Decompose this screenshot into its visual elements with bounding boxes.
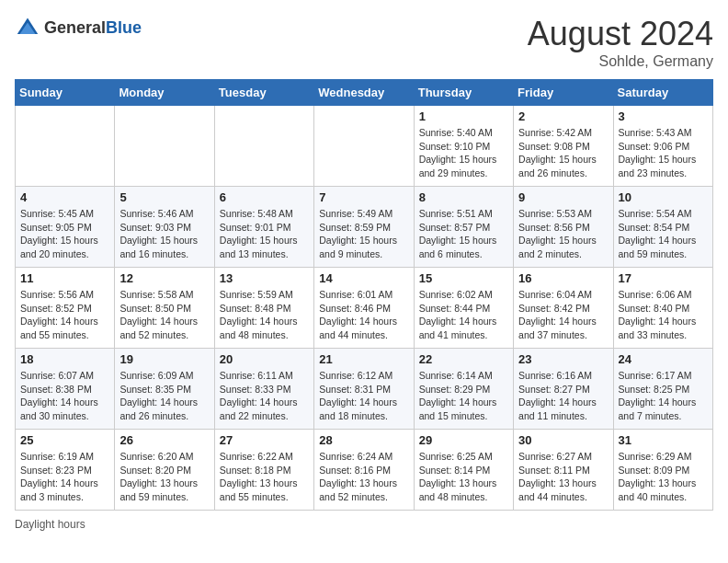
calendar-cell: 11Sunrise: 5:56 AM Sunset: 8:52 PM Dayli… [16, 268, 115, 349]
calendar-cell: 20Sunrise: 6:11 AM Sunset: 8:33 PM Dayli… [214, 349, 313, 430]
calendar-cell: 21Sunrise: 6:12 AM Sunset: 8:31 PM Dayli… [314, 349, 414, 430]
month-title: August 2024 [528, 15, 713, 53]
footer-note: Daylight hours [15, 518, 713, 531]
day-info: Sunrise: 5:49 AM Sunset: 8:59 PM Dayligh… [319, 207, 408, 261]
calendar-week-5: 25Sunrise: 6:19 AM Sunset: 8:23 PM Dayli… [16, 430, 713, 511]
header-day-friday: Friday [514, 80, 613, 106]
header-day-saturday: Saturday [613, 80, 712, 106]
day-info: Sunrise: 5:54 AM Sunset: 8:54 PM Dayligh… [619, 207, 708, 261]
day-number: 21 [319, 352, 408, 366]
calendar-week-4: 18Sunrise: 6:07 AM Sunset: 8:38 PM Dayli… [16, 349, 713, 430]
day-number: 26 [119, 433, 209, 447]
day-info: Sunrise: 6:20 AM Sunset: 8:20 PM Dayligh… [119, 450, 209, 504]
day-info: Sunrise: 6:27 AM Sunset: 8:11 PM Dayligh… [518, 450, 608, 504]
day-info: Sunrise: 5:45 AM Sunset: 9:05 PM Dayligh… [20, 207, 109, 261]
day-number: 13 [220, 271, 309, 285]
calendar-cell: 26Sunrise: 6:20 AM Sunset: 8:20 PM Dayli… [115, 430, 214, 511]
calendar-cell: 18Sunrise: 6:07 AM Sunset: 8:38 PM Dayli… [16, 349, 115, 430]
day-number: 19 [119, 352, 209, 366]
calendar-cell [314, 106, 414, 187]
day-number: 22 [419, 352, 508, 366]
header-day-wednesday: Wednesday [314, 80, 414, 106]
day-info: Sunrise: 5:48 AM Sunset: 9:01 PM Dayligh… [220, 207, 309, 261]
day-info: Sunrise: 6:14 AM Sunset: 8:29 PM Dayligh… [419, 369, 508, 423]
header-day-monday: Monday [115, 80, 214, 106]
location-title: Sohlde, Germany [528, 53, 713, 70]
day-info: Sunrise: 6:24 AM Sunset: 8:16 PM Dayligh… [319, 450, 408, 504]
calendar-cell: 16Sunrise: 6:04 AM Sunset: 8:42 PM Dayli… [514, 268, 613, 349]
day-info: Sunrise: 6:22 AM Sunset: 8:18 PM Dayligh… [220, 450, 309, 504]
day-number: 31 [619, 433, 708, 447]
day-info: Sunrise: 5:53 AM Sunset: 8:56 PM Dayligh… [518, 207, 608, 261]
day-info: Sunrise: 6:19 AM Sunset: 8:23 PM Dayligh… [20, 450, 109, 504]
calendar-cell: 14Sunrise: 6:01 AM Sunset: 8:46 PM Dayli… [314, 268, 414, 349]
calendar-cell: 23Sunrise: 6:16 AM Sunset: 8:27 PM Dayli… [514, 349, 613, 430]
day-number: 6 [220, 190, 309, 204]
day-number: 30 [518, 433, 608, 447]
logo-blue-text: Blue [106, 18, 142, 37]
day-info: Sunrise: 6:17 AM Sunset: 8:25 PM Dayligh… [619, 369, 708, 423]
calendar-cell: 30Sunrise: 6:27 AM Sunset: 8:11 PM Dayli… [514, 430, 613, 511]
day-number: 18 [20, 352, 109, 366]
day-number: 7 [319, 190, 408, 204]
header-day-thursday: Thursday [414, 80, 513, 106]
header-day-tuesday: Tuesday [214, 80, 313, 106]
calendar-cell: 25Sunrise: 6:19 AM Sunset: 8:23 PM Dayli… [16, 430, 115, 511]
calendar-cell: 29Sunrise: 6:25 AM Sunset: 8:14 PM Dayli… [414, 430, 513, 511]
calendar-cell: 24Sunrise: 6:17 AM Sunset: 8:25 PM Dayli… [613, 349, 712, 430]
logo-general-text: General [44, 18, 106, 37]
day-info: Sunrise: 5:43 AM Sunset: 9:06 PM Dayligh… [619, 126, 708, 180]
day-number: 16 [518, 271, 608, 285]
day-number: 27 [220, 433, 309, 447]
calendar-cell: 13Sunrise: 5:59 AM Sunset: 8:48 PM Dayli… [214, 268, 313, 349]
day-number: 24 [619, 352, 708, 366]
calendar-week-3: 11Sunrise: 5:56 AM Sunset: 8:52 PM Dayli… [16, 268, 713, 349]
logo-icon [15, 15, 40, 40]
day-info: Sunrise: 5:58 AM Sunset: 8:50 PM Dayligh… [119, 288, 209, 342]
day-number: 11 [20, 271, 109, 285]
day-info: Sunrise: 6:01 AM Sunset: 8:46 PM Dayligh… [319, 288, 408, 342]
calendar-cell [214, 106, 313, 187]
calendar-cell: 3Sunrise: 5:43 AM Sunset: 9:06 PM Daylig… [613, 106, 712, 187]
day-number: 17 [619, 271, 708, 285]
calendar-cell: 8Sunrise: 5:51 AM Sunset: 8:57 PM Daylig… [414, 187, 513, 268]
day-number: 3 [619, 109, 708, 123]
day-info: Sunrise: 6:04 AM Sunset: 8:42 PM Dayligh… [518, 288, 608, 342]
title-block: August 2024 Sohlde, Germany [528, 15, 713, 70]
day-info: Sunrise: 6:29 AM Sunset: 8:09 PM Dayligh… [619, 450, 708, 504]
day-info: Sunrise: 6:16 AM Sunset: 8:27 PM Dayligh… [518, 369, 608, 423]
logo: GeneralBlue [15, 15, 142, 40]
calendar-cell: 7Sunrise: 5:49 AM Sunset: 8:59 PM Daylig… [314, 187, 414, 268]
day-info: Sunrise: 6:06 AM Sunset: 8:40 PM Dayligh… [619, 288, 708, 342]
day-info: Sunrise: 6:25 AM Sunset: 8:14 PM Dayligh… [419, 450, 508, 504]
day-number: 2 [518, 109, 608, 123]
day-number: 4 [20, 190, 109, 204]
day-number: 10 [619, 190, 708, 204]
header-day-sunday: Sunday [16, 80, 115, 106]
calendar-cell: 17Sunrise: 6:06 AM Sunset: 8:40 PM Dayli… [613, 268, 712, 349]
day-info: Sunrise: 6:07 AM Sunset: 8:38 PM Dayligh… [20, 369, 109, 423]
calendar-cell: 31Sunrise: 6:29 AM Sunset: 8:09 PM Dayli… [613, 430, 712, 511]
calendar-week-1: 1Sunrise: 5:40 AM Sunset: 9:10 PM Daylig… [16, 106, 713, 187]
day-number: 20 [220, 352, 309, 366]
calendar-cell: 4Sunrise: 5:45 AM Sunset: 9:05 PM Daylig… [16, 187, 115, 268]
day-number: 29 [419, 433, 508, 447]
day-number: 8 [419, 190, 508, 204]
day-info: Sunrise: 5:42 AM Sunset: 9:08 PM Dayligh… [518, 126, 608, 180]
calendar-header-row: SundayMondayTuesdayWednesdayThursdayFrid… [16, 80, 713, 106]
calendar-week-2: 4Sunrise: 5:45 AM Sunset: 9:05 PM Daylig… [16, 187, 713, 268]
day-info: Sunrise: 5:51 AM Sunset: 8:57 PM Dayligh… [419, 207, 508, 261]
calendar-cell [115, 106, 214, 187]
day-number: 28 [319, 433, 408, 447]
day-number: 5 [119, 190, 209, 204]
day-number: 25 [20, 433, 109, 447]
day-number: 15 [419, 271, 508, 285]
calendar-cell: 9Sunrise: 5:53 AM Sunset: 8:56 PM Daylig… [514, 187, 613, 268]
calendar-cell: 28Sunrise: 6:24 AM Sunset: 8:16 PM Dayli… [314, 430, 414, 511]
calendar-cell: 10Sunrise: 5:54 AM Sunset: 8:54 PM Dayli… [613, 187, 712, 268]
day-number: 23 [518, 352, 608, 366]
day-number: 9 [518, 190, 608, 204]
calendar-cell: 1Sunrise: 5:40 AM Sunset: 9:10 PM Daylig… [414, 106, 513, 187]
calendar-cell: 22Sunrise: 6:14 AM Sunset: 8:29 PM Dayli… [414, 349, 513, 430]
day-info: Sunrise: 6:11 AM Sunset: 8:33 PM Dayligh… [220, 369, 309, 423]
